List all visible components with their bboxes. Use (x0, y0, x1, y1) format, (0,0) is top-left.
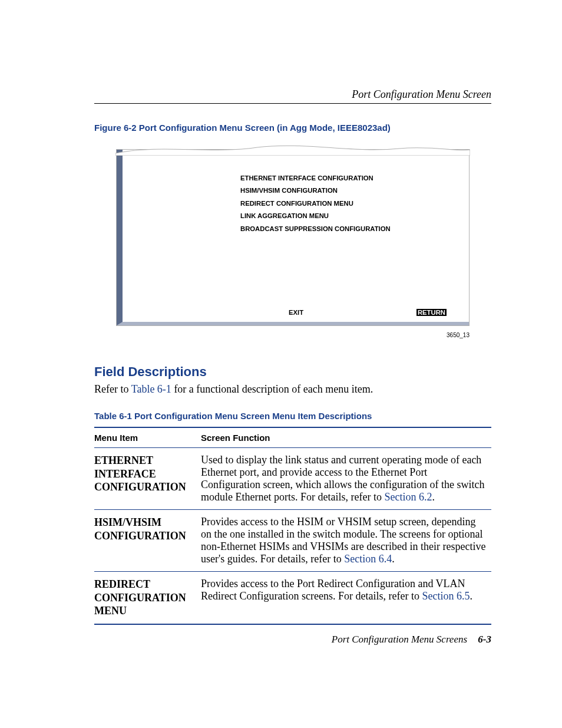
menu-list: ETHERNET INTERFACE CONFIGURATION HSIM/VH… (240, 172, 391, 235)
figure-ref: 3650_13 (116, 332, 470, 338)
menu-item[interactable]: HSIM/VHSIM CONFIGURATION (240, 185, 391, 197)
section-heading: Field Descriptions (94, 364, 491, 380)
description-text: . (432, 491, 435, 503)
table-header-menu-item: Menu Item (94, 427, 201, 448)
menu-item[interactable]: REDIRECT CONFIGURATION MENU (240, 197, 391, 210)
description-text: Provides access to the HSIM or VHSIM set… (201, 516, 486, 565)
description-text: . (470, 590, 472, 602)
torn-edge (115, 141, 470, 156)
intro-text: for a functional description of each men… (171, 383, 373, 395)
menu-item[interactable]: BROADCAST SUPPRESSION CONFIGURATION (240, 223, 391, 235)
table-row: REDIRECT CONFIGURATION MENU Provides acc… (94, 572, 491, 624)
menu-item-cell: HSIM/VHSIM CONFIGURATION (94, 510, 201, 572)
table-caption: Table 6-1 Port Configuration Menu Screen… (94, 411, 491, 421)
section-intro: Refer to Table 6-1 for a functional desc… (94, 383, 491, 396)
running-header: Port Configuration Menu Screen (94, 88, 491, 104)
figure-caption: Figure 6-2 Port Configuration Menu Scree… (94, 123, 491, 133)
return-button[interactable]: RETURN (416, 309, 447, 316)
section-ref-link[interactable]: Section 6.5 (422, 590, 470, 602)
menu-item[interactable]: LINK AGGREGATION MENU (240, 210, 391, 222)
section-ref-link[interactable]: Section 6.4 (344, 553, 392, 565)
menu-item-cell: REDIRECT CONFIGURATION MENU (94, 572, 201, 624)
intro-text: Refer to (94, 383, 131, 395)
description-table: Menu Item Screen Function ETHERNET INTER… (94, 427, 491, 625)
description-text: . (392, 553, 395, 565)
description-text: Used to display the link status and curr… (201, 454, 484, 503)
exit-button[interactable]: EXIT (289, 309, 303, 316)
page-number: 6-3 (470, 634, 491, 645)
table-row: ETHERNET INTERFACE CONFIGURATION Used to… (94, 448, 491, 510)
footer-text: Port Configuration Menu Screens (332, 634, 467, 645)
menu-screenshot: ETHERNET INTERFACE CONFIGURATION HSIM/VH… (116, 149, 470, 326)
table-header-screen-function: Screen Function (201, 427, 491, 448)
table-ref-link[interactable]: Table 6-1 (131, 383, 171, 395)
menu-item[interactable]: ETHERNET INTERFACE CONFIGURATION (240, 172, 391, 185)
screen-frame: ETHERNET INTERFACE CONFIGURATION HSIM/VH… (116, 149, 470, 326)
description-cell: Used to display the link status and curr… (201, 448, 491, 510)
table-row: HSIM/VHSIM CONFIGURATION Provides access… (94, 510, 491, 572)
section-ref-link[interactable]: Section 6.2 (384, 491, 432, 503)
description-cell: Provides access to the Port Redirect Con… (201, 572, 491, 624)
page-footer: Port Configuration Menu Screens 6-3 (94, 634, 491, 645)
menu-item-cell: ETHERNET INTERFACE CONFIGURATION (94, 448, 201, 510)
description-cell: Provides access to the HSIM or VHSIM set… (201, 510, 491, 572)
